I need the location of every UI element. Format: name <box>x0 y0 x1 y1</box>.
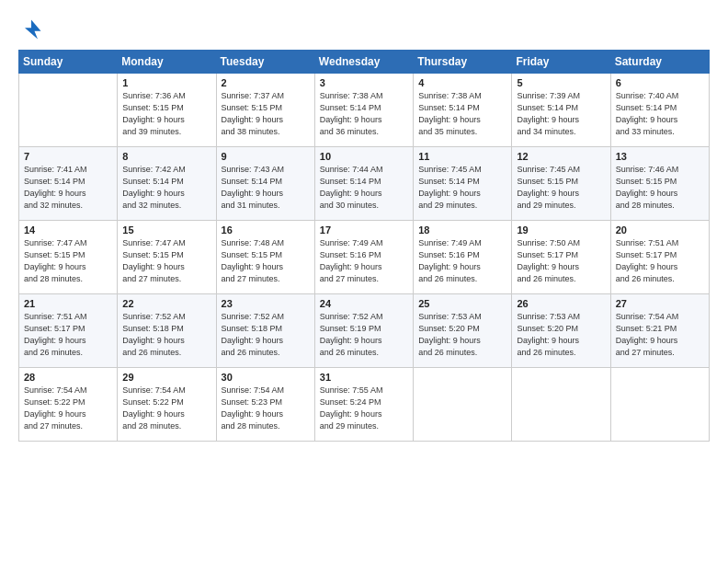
day-info: Sunrise: 7:51 AM Sunset: 5:17 PM Dayligh… <box>24 311 112 359</box>
day-info: Sunrise: 7:54 AM Sunset: 5:21 PM Dayligh… <box>616 311 704 359</box>
day-info: Sunrise: 7:49 AM Sunset: 5:16 PM Dayligh… <box>320 237 408 285</box>
day-info: Sunrise: 7:54 AM Sunset: 5:23 PM Dayligh… <box>222 385 310 432</box>
day-info: Sunrise: 7:46 AM Sunset: 5:15 PM Dayligh… <box>616 164 704 212</box>
calendar-cell: 10Sunrise: 7:44 AM Sunset: 5:14 PM Dayli… <box>314 147 413 221</box>
calendar-cell: 21Sunrise: 7:51 AM Sunset: 5:17 PM Dayli… <box>19 294 118 368</box>
calendar-cell: 19Sunrise: 7:50 AM Sunset: 5:17 PM Dayli… <box>512 221 610 294</box>
calendar-cell: 12Sunrise: 7:45 AM Sunset: 5:15 PM Dayli… <box>512 147 610 221</box>
calendar-table: SundayMondayTuesdayWednesdayThursdayFrid… <box>18 50 710 442</box>
day-number: 22 <box>122 298 210 309</box>
day-info: Sunrise: 7:50 AM Sunset: 5:17 PM Dayligh… <box>517 237 605 285</box>
day-info: Sunrise: 7:38 AM Sunset: 5:14 PM Dayligh… <box>320 90 408 138</box>
day-number: 8 <box>122 151 210 162</box>
day-number: 10 <box>320 151 408 162</box>
day-number: 9 <box>222 151 310 162</box>
day-info: Sunrise: 7:39 AM Sunset: 5:14 PM Dayligh… <box>517 90 605 138</box>
day-number: 7 <box>24 151 112 162</box>
calendar-cell: 9Sunrise: 7:43 AM Sunset: 5:14 PM Daylig… <box>216 147 314 221</box>
calendar-cell: 25Sunrise: 7:53 AM Sunset: 5:20 PM Dayli… <box>414 294 512 368</box>
calendar-page: SundayMondayTuesdayWednesdayThursdayFrid… <box>0 0 728 563</box>
svg-marker-0 <box>25 20 41 40</box>
day-info: Sunrise: 7:38 AM Sunset: 5:14 PM Dayligh… <box>418 90 506 138</box>
day-number: 19 <box>517 224 605 236</box>
calendar-header-row: SundayMondayTuesdayWednesdayThursdayFrid… <box>19 51 710 74</box>
calendar-cell: 7Sunrise: 7:41 AM Sunset: 5:14 PM Daylig… <box>19 147 118 221</box>
day-info: Sunrise: 7:44 AM Sunset: 5:14 PM Dayligh… <box>320 164 408 212</box>
day-number: 13 <box>616 151 704 162</box>
day-info: Sunrise: 7:45 AM Sunset: 5:15 PM Dayligh… <box>517 164 605 212</box>
day-number: 21 <box>24 298 112 309</box>
day-number: 31 <box>320 372 408 383</box>
day-number: 28 <box>24 372 112 383</box>
day-info: Sunrise: 7:49 AM Sunset: 5:16 PM Dayligh… <box>418 237 506 285</box>
day-info: Sunrise: 7:36 AM Sunset: 5:15 PM Dayligh… <box>122 90 210 138</box>
day-number: 30 <box>222 372 310 383</box>
day-number: 15 <box>122 224 210 236</box>
calendar-cell: 29Sunrise: 7:54 AM Sunset: 5:22 PM Dayli… <box>118 368 216 442</box>
day-info: Sunrise: 7:51 AM Sunset: 5:17 PM Dayligh… <box>616 237 704 285</box>
day-info: Sunrise: 7:40 AM Sunset: 5:14 PM Dayligh… <box>616 90 704 138</box>
logo-icon <box>18 17 44 42</box>
day-number: 27 <box>616 298 704 309</box>
calendar-cell: 30Sunrise: 7:54 AM Sunset: 5:23 PM Dayli… <box>216 368 314 442</box>
day-info: Sunrise: 7:45 AM Sunset: 5:14 PM Dayligh… <box>418 164 506 212</box>
calendar-cell: 16Sunrise: 7:48 AM Sunset: 5:15 PM Dayli… <box>216 221 314 294</box>
calendar-cell: 3Sunrise: 7:38 AM Sunset: 5:14 PM Daylig… <box>314 74 413 147</box>
calendar-cell: 6Sunrise: 7:40 AM Sunset: 5:14 PM Daylig… <box>610 74 709 147</box>
day-info: Sunrise: 7:54 AM Sunset: 5:22 PM Dayligh… <box>122 385 210 432</box>
weekday-header: Wednesday <box>314 51 413 74</box>
day-info: Sunrise: 7:54 AM Sunset: 5:22 PM Dayligh… <box>24 385 112 432</box>
day-number: 6 <box>616 77 704 88</box>
day-info: Sunrise: 7:42 AM Sunset: 5:14 PM Dayligh… <box>122 164 210 212</box>
day-info: Sunrise: 7:48 AM Sunset: 5:15 PM Dayligh… <box>222 237 310 285</box>
calendar-cell: 27Sunrise: 7:54 AM Sunset: 5:21 PM Dayli… <box>610 294 709 368</box>
calendar-week-row: 14Sunrise: 7:47 AM Sunset: 5:15 PM Dayli… <box>19 221 710 294</box>
day-number: 20 <box>616 224 704 236</box>
calendar-cell: 11Sunrise: 7:45 AM Sunset: 5:14 PM Dayli… <box>414 147 512 221</box>
day-number: 1 <box>122 77 210 88</box>
day-number: 4 <box>418 77 506 88</box>
calendar-cell: 22Sunrise: 7:52 AM Sunset: 5:18 PM Dayli… <box>118 294 216 368</box>
calendar-cell: 26Sunrise: 7:53 AM Sunset: 5:20 PM Dayli… <box>512 294 610 368</box>
calendar-cell: 2Sunrise: 7:37 AM Sunset: 5:15 PM Daylig… <box>216 74 314 147</box>
calendar-cell <box>19 74 118 147</box>
day-number: 17 <box>320 224 408 236</box>
calendar-cell: 14Sunrise: 7:47 AM Sunset: 5:15 PM Dayli… <box>19 221 118 294</box>
day-number: 26 <box>517 298 605 309</box>
calendar-cell: 13Sunrise: 7:46 AM Sunset: 5:15 PM Dayli… <box>610 147 709 221</box>
day-info: Sunrise: 7:55 AM Sunset: 5:24 PM Dayligh… <box>320 385 408 432</box>
day-number: 25 <box>418 298 506 309</box>
logo <box>18 17 48 42</box>
weekday-header: Monday <box>118 51 216 74</box>
calendar-cell: 8Sunrise: 7:42 AM Sunset: 5:14 PM Daylig… <box>118 147 216 221</box>
day-info: Sunrise: 7:53 AM Sunset: 5:20 PM Dayligh… <box>517 311 605 359</box>
calendar-week-row: 7Sunrise: 7:41 AM Sunset: 5:14 PM Daylig… <box>19 147 710 221</box>
day-info: Sunrise: 7:52 AM Sunset: 5:19 PM Dayligh… <box>320 311 408 359</box>
day-info: Sunrise: 7:37 AM Sunset: 5:15 PM Dayligh… <box>222 90 310 138</box>
calendar-cell: 28Sunrise: 7:54 AM Sunset: 5:22 PM Dayli… <box>19 368 118 442</box>
day-number: 11 <box>418 151 506 162</box>
calendar-cell: 15Sunrise: 7:47 AM Sunset: 5:15 PM Dayli… <box>118 221 216 294</box>
calendar-cell: 17Sunrise: 7:49 AM Sunset: 5:16 PM Dayli… <box>314 221 413 294</box>
weekday-header: Thursday <box>414 51 512 74</box>
calendar-cell: 5Sunrise: 7:39 AM Sunset: 5:14 PM Daylig… <box>512 74 610 147</box>
calendar-cell: 4Sunrise: 7:38 AM Sunset: 5:14 PM Daylig… <box>414 74 512 147</box>
day-info: Sunrise: 7:52 AM Sunset: 5:18 PM Dayligh… <box>122 311 210 359</box>
weekday-header: Sunday <box>19 51 118 74</box>
day-number: 29 <box>122 372 210 383</box>
day-info: Sunrise: 7:47 AM Sunset: 5:15 PM Dayligh… <box>24 237 112 285</box>
calendar-cell: 24Sunrise: 7:52 AM Sunset: 5:19 PM Dayli… <box>314 294 413 368</box>
calendar-week-row: 21Sunrise: 7:51 AM Sunset: 5:17 PM Dayli… <box>19 294 710 368</box>
day-info: Sunrise: 7:41 AM Sunset: 5:14 PM Dayligh… <box>24 164 112 212</box>
weekday-header: Friday <box>512 51 610 74</box>
calendar-cell <box>414 368 512 442</box>
day-number: 18 <box>418 224 506 236</box>
calendar-cell <box>610 368 709 442</box>
day-number: 2 <box>222 77 310 88</box>
weekday-header: Saturday <box>610 51 709 74</box>
day-number: 24 <box>320 298 408 309</box>
calendar-week-row: 28Sunrise: 7:54 AM Sunset: 5:22 PM Dayli… <box>19 368 710 442</box>
calendar-cell: 18Sunrise: 7:49 AM Sunset: 5:16 PM Dayli… <box>414 221 512 294</box>
calendar-cell: 20Sunrise: 7:51 AM Sunset: 5:17 PM Dayli… <box>610 221 709 294</box>
calendar-cell <box>512 368 610 442</box>
